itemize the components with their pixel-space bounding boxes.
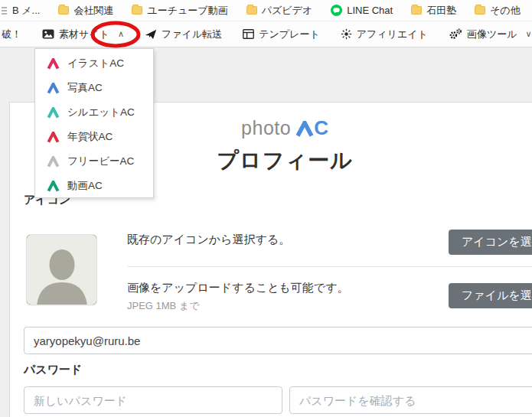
bookmark-label: パズビデオ bbox=[262, 4, 313, 18]
dropdown-item-label: シルエットAC bbox=[67, 106, 135, 119]
ac-chevron-icon bbox=[47, 107, 60, 119]
bookmark-label: アフィリエイト bbox=[357, 28, 428, 41]
chevron-up-icon[interactable]: ∧ bbox=[118, 29, 124, 39]
bookmark-label: B メ... bbox=[12, 4, 40, 18]
bookmark-affiliate[interactable]: アフィリエイト bbox=[341, 28, 428, 41]
material-sites-dropdown: イラストAC 写真AC シルエットAC 年賀状AC フリービーAC 動画AC bbox=[34, 48, 154, 198]
bookmark-partial-icon bbox=[2, 6, 8, 15]
dropdown-item-label: 動画AC bbox=[67, 179, 103, 193]
gears-icon bbox=[449, 28, 462, 40]
ac-chevron-icon bbox=[47, 58, 60, 70]
bookmark-label: 破！ bbox=[2, 28, 21, 41]
new-password-field[interactable] bbox=[24, 386, 282, 414]
bookmark-label: その他 bbox=[490, 4, 521, 18]
bookmark-label: 会社関連 bbox=[73, 4, 113, 18]
bookmark-label: ユーチューブ動画 bbox=[147, 4, 227, 18]
avatar bbox=[26, 234, 97, 305]
bookmark-label: テンプレート bbox=[259, 28, 320, 41]
ac-chevron-icon bbox=[47, 83, 60, 94]
password-section-label: パスワード bbox=[24, 363, 82, 377]
confirm-password-field[interactable] bbox=[289, 386, 532, 414]
dropdown-item-freebie-ac[interactable]: フリービーAC bbox=[35, 149, 153, 174]
folder-icon bbox=[246, 6, 257, 15]
bookmark-folder-company[interactable]: 会社関連 bbox=[58, 4, 113, 18]
logo-photo-text: photo bbox=[241, 117, 291, 139]
dropdown-item-label: 写真AC bbox=[67, 81, 103, 95]
select-file-button[interactable]: ファイルを選択 bbox=[449, 283, 532, 308]
template-icon bbox=[243, 29, 254, 39]
folder-icon bbox=[58, 6, 69, 15]
folder-icon bbox=[411, 6, 422, 15]
select-icon-button[interactable]: アイコンを選択 bbox=[449, 230, 532, 255]
folder-icon bbox=[475, 6, 485, 15]
logo-c-text: C bbox=[314, 116, 328, 140]
bookmark-label: ファイル転送 bbox=[162, 28, 222, 41]
bookmark-file-transfer[interactable]: ファイル転送 bbox=[145, 28, 222, 41]
dropdown-item-label: イラストAC bbox=[67, 57, 124, 70]
email-field[interactable] bbox=[24, 327, 532, 354]
bookmark-ha[interactable]: 破！ bbox=[2, 28, 21, 41]
bookmark-folder-youtube[interactable]: ユーチューブ動画 bbox=[132, 4, 227, 18]
dropdown-item-illust-ac[interactable]: イラストAC bbox=[35, 51, 153, 76]
bookmark-label: LINE Chat bbox=[347, 5, 393, 16]
paper-plane-icon bbox=[145, 29, 157, 40]
select-existing-text: 既存のアイコンから選択する。 bbox=[127, 233, 290, 247]
bookmark-b-mail[interactable]: B メ... bbox=[2, 4, 40, 18]
bookmark-line-chat[interactable]: LINE Chat bbox=[331, 5, 393, 16]
upload-note: JPEG 1MB まで bbox=[127, 299, 200, 313]
bookmark-label: 画像ツール bbox=[467, 28, 517, 41]
bookmark-folder-buzzvideo[interactable]: パズビデオ bbox=[246, 4, 313, 18]
bookmark-folder-others[interactable]: その他 bbox=[475, 4, 521, 18]
bookmark-label: 素材サイト bbox=[59, 28, 109, 41]
dropdown-item-label: 年賀状AC bbox=[67, 130, 113, 144]
bookmark-folder-ishida[interactable]: 石田塾 bbox=[411, 4, 456, 18]
bookmarks-row-1: B メ... 会社関連 ユーチューブ動画 パズビデオ LINE Chat 石田塾 bbox=[0, 0, 532, 21]
logo-ac-chevron-icon bbox=[295, 121, 314, 137]
ac-chevron-icon bbox=[47, 181, 60, 192]
ac-chevron-icon bbox=[47, 132, 60, 143]
folder-icon bbox=[132, 6, 142, 15]
image-icon bbox=[42, 29, 54, 39]
person-silhouette-icon bbox=[27, 235, 97, 305]
bookmark-template[interactable]: テンプレート bbox=[243, 28, 320, 41]
dropdown-item-label: フリービーAC bbox=[67, 155, 134, 168]
dropdown-item-douga-ac[interactable]: 動画AC bbox=[35, 174, 153, 198]
ac-chevron-icon bbox=[47, 156, 60, 168]
dropdown-item-nengajo-ac[interactable]: 年賀状AC bbox=[35, 125, 153, 149]
bookmark-image-tools[interactable]: 画像ツール ∨ bbox=[449, 28, 532, 41]
upload-text: 画像をアップロードすることも可能です。 bbox=[127, 281, 349, 295]
bookmarks-row-2: 破！ 素材サイト ∧ ファイル転送 テンプレート bbox=[0, 21, 532, 47]
bookmark-folder-material-sites[interactable]: 素材サイト ∧ bbox=[42, 28, 124, 41]
dropdown-item-photo-ac[interactable]: 写真AC bbox=[35, 76, 153, 100]
bookmark-label: 石田塾 bbox=[426, 4, 456, 18]
bookmarks-toolbar: B メ... 会社関連 ユーチューブ動画 パズビデオ LINE Chat 石田塾 bbox=[0, 0, 532, 47]
divider bbox=[127, 266, 532, 267]
dropdown-item-silhouette-ac[interactable]: シルエットAC bbox=[35, 100, 153, 125]
line-icon bbox=[331, 5, 342, 16]
burst-icon bbox=[341, 28, 352, 40]
chevron-down-icon[interactable]: ∨ bbox=[525, 29, 531, 39]
